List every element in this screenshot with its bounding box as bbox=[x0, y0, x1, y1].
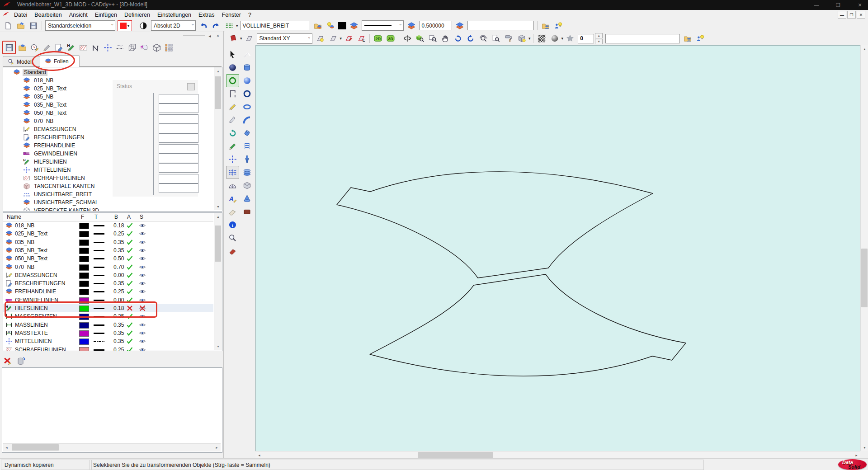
user-bulb-button[interactable] bbox=[552, 20, 565, 32]
tree-item-verdeckte-kanten-3d[interactable]: VERDECKTE KANTEN 3D bbox=[23, 207, 100, 212]
tree-item-025-nb-text[interactable]: 025_NB_Text bbox=[23, 85, 68, 93]
active-check-icon[interactable] bbox=[126, 255, 133, 262]
coins-blue-tool[interactable] bbox=[241, 166, 254, 179]
scroll-right-icon[interactable]: ► bbox=[853, 451, 860, 459]
circle-navy-tool[interactable] bbox=[241, 87, 254, 100]
magnifier-tool[interactable] bbox=[226, 231, 239, 244]
scroll-left-icon[interactable]: ◄ bbox=[255, 451, 263, 459]
page-pencil-button[interactable] bbox=[53, 42, 65, 53]
layer-row-masstexte[interactable]: 10MASSTEXTE0.35 bbox=[3, 329, 213, 337]
menu-definieren[interactable]: Definieren bbox=[121, 10, 154, 19]
active-check-icon[interactable] bbox=[126, 338, 133, 345]
layer-row-070-nb[interactable]: 070_NB0.70 bbox=[3, 263, 213, 271]
menu-einstellungen[interactable]: Einstellungen bbox=[154, 10, 195, 19]
scroll-up-icon[interactable]: ▲ bbox=[214, 67, 222, 75]
cone-blue-tool[interactable] bbox=[241, 192, 254, 205]
visible-eye-icon[interactable] bbox=[139, 230, 146, 237]
scroll-left-icon[interactable]: ◄ bbox=[3, 444, 10, 451]
layer-linestyle-sample[interactable] bbox=[94, 283, 104, 284]
contrast-button[interactable] bbox=[137, 20, 150, 32]
active-check-icon[interactable] bbox=[126, 247, 133, 254]
active-check-icon[interactable] bbox=[126, 230, 133, 237]
tree-item-schraffurlinien[interactable]: SCHRAFFURLINIEN bbox=[23, 174, 86, 182]
text-a-tool[interactable]: A bbox=[226, 192, 239, 205]
render-sphere-dropdown-button[interactable]: ▾ bbox=[548, 32, 564, 45]
elbow-blue-tool[interactable] bbox=[241, 113, 254, 127]
layer-linestyle-sample[interactable] bbox=[94, 333, 104, 334]
layer-linestyle-sample[interactable] bbox=[94, 349, 104, 351]
sphere-dark-tool[interactable] bbox=[226, 61, 239, 74]
tree-item-035-nb[interactable]: 035_NB bbox=[23, 93, 55, 101]
tree-item-unsichtbare-schmal[interactable]: UNSICHTBARE_SCHMAL bbox=[23, 198, 100, 207]
visible-eye-icon[interactable] bbox=[139, 247, 146, 254]
curve-white-tool[interactable] bbox=[241, 48, 254, 61]
visible-eye-icon[interactable] bbox=[139, 263, 146, 271]
visible-eye-icon[interactable] bbox=[139, 313, 146, 320]
layer-row-hilfslinien[interactable]: HHILFSLINIEN0.18 bbox=[3, 304, 213, 312]
undo-button[interactable] bbox=[197, 20, 210, 32]
bulb-layer-button[interactable] bbox=[324, 20, 337, 32]
scroll-down-icon[interactable]: ▼ bbox=[214, 203, 222, 210]
knife-tool[interactable] bbox=[226, 113, 239, 127]
layer-color-swatch[interactable] bbox=[79, 330, 89, 337]
tree-item-gewindelinien[interactable]: GEWINDELINIEN bbox=[23, 150, 79, 158]
layer-row-035-nb-text[interactable]: 035_NB_Text0.35 bbox=[3, 246, 213, 254]
visible-eye-icon[interactable] bbox=[139, 255, 146, 262]
active-check-icon[interactable] bbox=[126, 346, 133, 352]
folder-users-button[interactable] bbox=[539, 20, 552, 32]
active-check-icon[interactable] bbox=[126, 263, 133, 271]
visible-eye-icon[interactable] bbox=[139, 288, 146, 295]
layer-color-swatch[interactable] bbox=[79, 256, 89, 262]
rotate-view-button[interactable] bbox=[401, 33, 414, 44]
layer-color-swatch[interactable] bbox=[79, 223, 89, 229]
menu-fenster[interactable]: Fenster bbox=[218, 10, 245, 19]
view-2d-button[interactable]: 2D bbox=[372, 33, 384, 44]
zoom-page-button[interactable] bbox=[490, 33, 502, 44]
layer-color-swatch[interactable] bbox=[79, 231, 89, 237]
layer-row-beschriftungen[interactable]: BESCHRIFTUNGEN0.35 bbox=[3, 279, 213, 287]
rotate-green-tool[interactable] bbox=[226, 127, 239, 140]
pencil-yellow-tool[interactable] bbox=[226, 100, 239, 113]
ring-blue-tool[interactable] bbox=[241, 100, 254, 113]
layer-linestyle-sample[interactable] bbox=[94, 250, 104, 251]
layer-row-018-nb[interactable]: 018_NB0.18 bbox=[3, 221, 213, 230]
selection-mode-combo[interactable]: Standardselektion⌄ bbox=[45, 20, 115, 31]
minimize-button[interactable]: — bbox=[809, 0, 824, 10]
select-arrow-tool[interactable] bbox=[226, 48, 239, 61]
tree-item-hilfslinien[interactable]: HHILFSLINIEN bbox=[23, 158, 68, 166]
clock-edit-button[interactable] bbox=[28, 42, 40, 53]
layer-color-swatch[interactable] bbox=[79, 248, 89, 254]
layer-linestyle-sample[interactable] bbox=[94, 233, 104, 235]
folder-users-button[interactable] bbox=[681, 33, 694, 44]
tab-folien[interactable]: Folien bbox=[40, 55, 80, 67]
menu-datei[interactable]: Datei bbox=[10, 10, 31, 19]
scroll-up-icon[interactable]: ▲ bbox=[861, 45, 868, 52]
grid-squares-button[interactable] bbox=[163, 42, 175, 53]
layer-linestyle-sample[interactable] bbox=[94, 308, 104, 309]
close-button[interactable]: ✕ bbox=[853, 0, 867, 10]
drawing-canvas[interactable] bbox=[255, 45, 861, 451]
table-vscrollbar[interactable]: ▲▼ bbox=[214, 213, 222, 350]
new-document-button[interactable] bbox=[2, 20, 14, 32]
save-red-button[interactable] bbox=[2, 41, 16, 54]
zoom-orbit-button[interactable] bbox=[477, 33, 490, 44]
column-header-a[interactable]: A bbox=[127, 214, 131, 220]
status-window-button[interactable] bbox=[187, 83, 195, 90]
box-3d-button[interactable] bbox=[151, 42, 162, 53]
scroll-thumb[interactable] bbox=[861, 249, 868, 307]
centerline-button[interactable] bbox=[102, 42, 113, 53]
layer-row-massgrenzen[interactable]: MASSGRENZEN0.25 bbox=[3, 312, 213, 320]
column-header-b[interactable]: B bbox=[114, 214, 118, 220]
plane-e-button[interactable]: E bbox=[355, 33, 368, 44]
layer-row-025-nb-text[interactable]: 025_NB_Text0.25 bbox=[3, 230, 213, 238]
tree-item-050-nb-text[interactable]: 050_NB_Text bbox=[23, 109, 68, 117]
tree-item-beschriftungen[interactable]: BESCHRIFTUNGEN bbox=[23, 133, 85, 141]
pencil-button[interactable] bbox=[41, 42, 52, 53]
render-roller-button[interactable] bbox=[502, 33, 515, 44]
info-tool[interactable]: i bbox=[226, 218, 239, 231]
message-hscrollbar[interactable]: ◄ ► bbox=[3, 443, 221, 451]
save-button[interactable] bbox=[27, 20, 40, 32]
cylinder-tilt-tool[interactable] bbox=[241, 127, 254, 140]
open-folder-button[interactable] bbox=[14, 20, 27, 32]
layer-color-swatch[interactable] bbox=[79, 338, 89, 345]
